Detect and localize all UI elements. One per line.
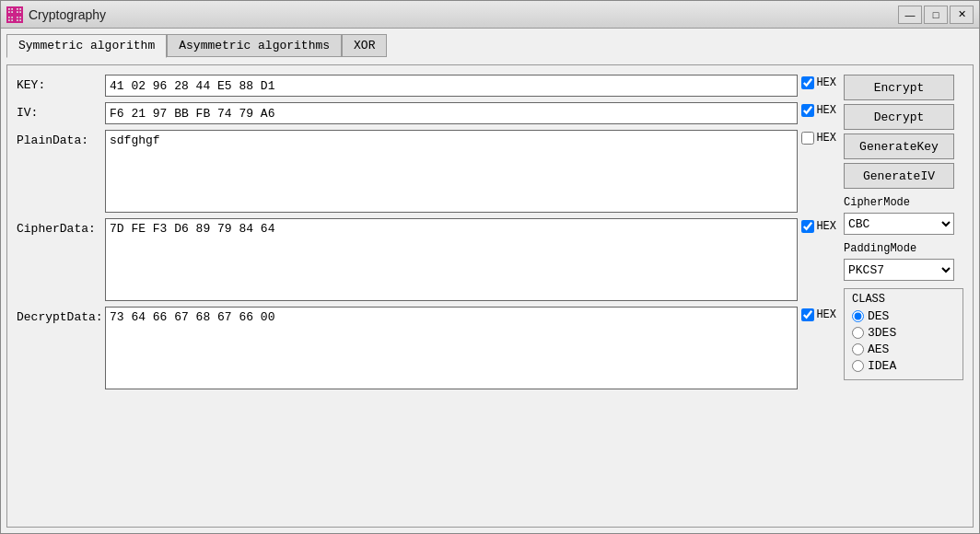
generate-key-button[interactable]: GenerateKey [844, 134, 954, 159]
decryptdata-label: DecryptData: [17, 307, 99, 324]
cipherdata-input[interactable]: 7D FE F3 D6 89 79 84 64 [105, 218, 798, 301]
cipherdata-hex-checkbox[interactable] [801, 220, 814, 233]
class-label: CLASS [852, 293, 955, 306]
window-title: Cryptography [29, 7, 106, 22]
key-label: KEY: [17, 75, 99, 92]
iv-hex-label: HEX [816, 104, 836, 117]
radio-idea-row: IDEA [852, 359, 955, 373]
iv-input-wrap: HEX [105, 102, 836, 124]
cipher-mode-label: CipherMode [844, 196, 963, 209]
plaindata-hex-checkbox[interactable] [801, 132, 814, 145]
class-section: CLASS DES 3DES AES IDEA [844, 288, 963, 380]
key-hex-label: HEX [816, 76, 836, 89]
padding-mode-select[interactable]: PKCS7 None Zeros ANSIX923 ISO10126 [844, 259, 954, 281]
radio-aes-row: AES [852, 342, 955, 356]
plaindata-input-wrap: sdfghgf HEX [105, 130, 836, 213]
form-area: KEY: HEX IV: [17, 75, 836, 517]
plaindata-hex-wrap: HEX [801, 130, 836, 145]
plaindata-input[interactable]: sdfghgf [105, 130, 798, 213]
key-hex-wrap: HEX [801, 75, 836, 89]
maximize-button[interactable]: □ [924, 6, 948, 24]
plaindata-hex-label: HEX [816, 132, 836, 145]
radio-idea[interactable] [852, 360, 864, 372]
cipherdata-input-wrap: 7D FE F3 D6 89 79 84 64 HEX [105, 218, 836, 301]
right-panel: Encrypt Decrypt GenerateKey GenerateIV C… [844, 75, 963, 517]
radio-idea-label: IDEA [868, 359, 896, 373]
cipherdata-hex-wrap: HEX [801, 218, 836, 233]
main-window: Cryptography — □ ✕ Symmetric algorithm A… [0, 0, 980, 534]
iv-row: IV: HEX [17, 102, 836, 124]
generate-iv-button[interactable]: GenerateIV [844, 163, 954, 189]
cipherdata-hex-label: HEX [816, 220, 836, 233]
radio-3des-row: 3DES [852, 326, 955, 340]
tab-asymmetric[interactable]: Asymmetric algorithms [167, 34, 342, 57]
minimize-button[interactable]: — [898, 6, 922, 24]
radio-aes-label: AES [868, 342, 889, 356]
radio-3des-label: 3DES [868, 326, 896, 340]
key-input[interactable] [105, 75, 798, 97]
padding-mode-wrap: PKCS7 None Zeros ANSIX923 ISO10126 [844, 259, 963, 281]
close-button[interactable]: ✕ [950, 6, 974, 24]
radio-des-row: DES [852, 309, 955, 323]
plaindata-label: PlainData: [17, 130, 99, 147]
cipher-mode-select[interactable]: CBC ECB CFB OFB CTR [844, 213, 954, 235]
decryptdata-hex-label: HEX [816, 308, 836, 321]
iv-label: IV: [17, 102, 99, 120]
radio-des-label: DES [868, 309, 889, 323]
key-row: KEY: HEX [17, 75, 836, 97]
key-input-wrap: HEX [105, 75, 836, 97]
window-controls: — □ ✕ [898, 6, 974, 24]
content-area: Symmetric algorithm Asymmetric algorithm… [1, 29, 979, 533]
radio-des[interactable] [852, 310, 864, 322]
cipherdata-row: CipherData: 7D FE F3 D6 89 79 84 64 HEX [17, 218, 836, 301]
padding-mode-label: PaddingMode [844, 242, 963, 255]
decryptdata-input[interactable]: 73 64 66 67 68 67 66 00 [105, 307, 798, 389]
decryptdata-hex-checkbox[interactable] [801, 308, 814, 321]
iv-hex-wrap: HEX [801, 102, 836, 117]
tab-bar: Symmetric algorithm Asymmetric algorithm… [6, 34, 974, 57]
plaindata-row: PlainData: sdfghgf HEX [17, 130, 836, 213]
title-bar-left: Cryptography [6, 6, 106, 23]
decryptdata-input-wrap: 73 64 66 67 68 67 66 00 HEX [105, 307, 836, 389]
main-panel: KEY: HEX IV: [6, 64, 974, 528]
key-hex-checkbox[interactable] [801, 76, 814, 89]
title-bar: Cryptography — □ ✕ [1, 1, 979, 29]
decrypt-button[interactable]: Decrypt [844, 104, 954, 130]
decryptdata-hex-wrap: HEX [801, 307, 836, 321]
cipher-mode-wrap: CBC ECB CFB OFB CTR [844, 213, 963, 235]
tab-xor[interactable]: XOR [342, 34, 387, 57]
app-icon [6, 6, 23, 23]
cipherdata-label: CipherData: [17, 218, 99, 236]
radio-aes[interactable] [852, 343, 864, 355]
decryptdata-row: DecryptData: 73 64 66 67 68 67 66 00 HEX [17, 307, 836, 389]
tab-symmetric[interactable]: Symmetric algorithm [6, 34, 167, 58]
iv-hex-checkbox[interactable] [801, 104, 814, 117]
radio-3des[interactable] [852, 327, 864, 339]
iv-input[interactable] [105, 102, 798, 124]
encrypt-button[interactable]: Encrypt [844, 75, 954, 100]
